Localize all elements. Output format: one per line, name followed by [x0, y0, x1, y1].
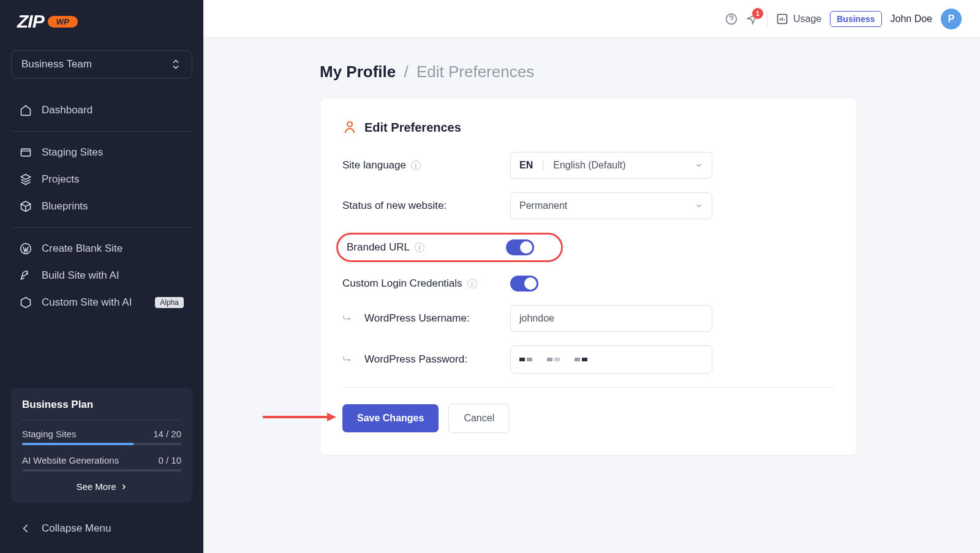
- chevron-down-icon: [695, 161, 703, 170]
- plan-staging-value: 14 / 20: [153, 429, 181, 439]
- chevron-up-down-icon: [170, 58, 182, 70]
- usage-label: Usage: [793, 13, 821, 24]
- home-icon: [20, 104, 32, 116]
- sidebar-item-label: Build Site with AI: [42, 269, 119, 282]
- custom-login-label: Custom Login Credentials: [342, 277, 462, 290]
- sidebar-item-label: Staging Sites: [42, 146, 103, 159]
- business-badge[interactable]: Business: [830, 11, 881, 27]
- window-icon: [20, 146, 32, 159]
- chevron-right-icon: [120, 483, 127, 491]
- wp-password-row: WordPress Password:: [342, 345, 835, 374]
- sidebar-item-label: Blueprints: [42, 200, 88, 213]
- svg-marker-6: [327, 413, 336, 421]
- plan-ai-value: 0 / 10: [158, 455, 181, 465]
- sidebar-item-label: Projects: [42, 173, 79, 186]
- wp-password-label: WordPress Password:: [364, 353, 467, 366]
- branded-url-toggle[interactable]: [506, 239, 534, 255]
- actions: Save Changes Cancel: [342, 404, 835, 433]
- site-language-row: Site language i EN | English (Default): [342, 152, 835, 179]
- usage-link[interactable]: Usage: [776, 13, 821, 25]
- info-icon[interactable]: i: [411, 160, 421, 170]
- sidebar-item-projects[interactable]: Projects: [11, 166, 192, 193]
- rocket-icon: [20, 269, 32, 282]
- card-header: Edit Preferences: [342, 120, 835, 135]
- card-divider: [342, 387, 835, 388]
- svg-rect-0: [21, 149, 31, 156]
- custom-login-row: Custom Login Credentials i: [342, 276, 835, 292]
- user-icon: [342, 120, 357, 135]
- chevron-down-icon: [695, 201, 703, 210]
- sidebar-item-create-blank[interactable]: Create Blank Site: [11, 235, 192, 262]
- status-label: Status of new website:: [342, 200, 447, 212]
- site-language-label: Site language: [342, 159, 406, 171]
- sidebar-item-label: Custom Site with AI: [42, 296, 132, 309]
- card-title: Edit Preferences: [364, 121, 461, 135]
- collapse-menu[interactable]: Collapse Menu: [11, 515, 192, 542]
- avatar[interactable]: P: [941, 9, 962, 29]
- info-icon[interactable]: i: [415, 243, 424, 252]
- help-icon[interactable]: [725, 13, 737, 25]
- collapse-label: Collapse Menu: [42, 522, 111, 535]
- breadcrumb: My Profile / Edit Preferences: [320, 62, 943, 81]
- wp-username-input[interactable]: johndoe: [510, 305, 712, 332]
- main: 1 Usage Business John Doe P My Profile /…: [203, 0, 980, 553]
- breadcrumb-main: My Profile: [320, 62, 396, 81]
- see-more-link[interactable]: See More: [22, 481, 181, 492]
- team-selector-label: Business Team: [21, 58, 92, 70]
- plan-staging-bar: [22, 443, 181, 445]
- breadcrumb-sub: Edit Preferences: [417, 62, 534, 81]
- site-language-select[interactable]: EN | English (Default): [510, 152, 712, 179]
- content: My Profile / Edit Preferences Edit Prefe…: [203, 38, 980, 480]
- plan-ai-bar: [22, 469, 181, 472]
- sidebar-item-dashboard[interactable]: Dashboard: [11, 97, 192, 124]
- chart-icon: [776, 13, 788, 25]
- lang-value: English (Default): [553, 160, 625, 170]
- status-value: Permanent: [519, 200, 567, 211]
- chevron-left-icon: [20, 522, 32, 535]
- sidebar-item-staging[interactable]: Staging Sites: [11, 139, 192, 166]
- branded-url-row: Branded URL i: [342, 233, 835, 262]
- sidebar-item-blueprints[interactable]: Blueprints: [11, 193, 192, 220]
- sidebar-item-custom-ai[interactable]: Custom Site with AI Alpha: [11, 289, 192, 316]
- highlight-annotation: Branded URL i: [336, 233, 563, 262]
- sidebar: ZIP WP Business Team Dashboard Staging S…: [0, 0, 203, 553]
- wp-username-label: WordPress Username:: [364, 312, 470, 325]
- layers-icon: [20, 173, 32, 186]
- plan-box: Business Plan Staging Sites 14 / 20 AI W…: [11, 388, 192, 503]
- wordpress-icon: [20, 243, 32, 255]
- sidebar-item-build-ai[interactable]: Build Site with AI: [11, 262, 192, 289]
- logo-text: ZIP: [17, 11, 44, 32]
- sub-arrow-icon: [342, 314, 352, 323]
- custom-login-toggle[interactable]: [510, 276, 538, 292]
- cube-icon: [20, 200, 32, 213]
- status-select[interactable]: Permanent: [510, 192, 712, 219]
- plan-title: Business Plan: [22, 399, 181, 411]
- logo-badge: WP: [48, 16, 78, 28]
- nav-divider: [11, 131, 192, 132]
- nav-divider: [11, 227, 192, 228]
- notification-icon[interactable]: 1: [746, 13, 758, 25]
- see-more-label: See More: [76, 481, 116, 492]
- cancel-button[interactable]: Cancel: [448, 404, 510, 433]
- sidebar-item-label: Dashboard: [42, 104, 92, 116]
- preferences-card: Edit Preferences Site language i EN | En…: [320, 97, 858, 456]
- box-icon: [20, 296, 32, 309]
- svg-point-4: [347, 122, 352, 127]
- wp-password-input[interactable]: [510, 345, 712, 374]
- header: 1 Usage Business John Doe P: [203, 0, 980, 38]
- header-divider: [767, 12, 767, 26]
- status-row: Status of new website: Permanent: [342, 192, 835, 219]
- breadcrumb-separator: /: [404, 62, 408, 81]
- plan-ai-label: AI Website Generations: [22, 455, 119, 465]
- plan-staging-label: Staging Sites: [22, 429, 76, 439]
- sidebar-item-label: Create Blank Site: [42, 243, 123, 255]
- arrow-annotation: [263, 411, 336, 426]
- alpha-badge: Alpha: [155, 297, 184, 308]
- branded-url-label: Branded URL: [347, 241, 410, 254]
- team-selector[interactable]: Business Team: [11, 50, 192, 78]
- save-button[interactable]: Save Changes: [342, 404, 439, 432]
- plan-divider: [22, 419, 181, 420]
- lang-code: EN: [519, 160, 533, 170]
- logo[interactable]: ZIP WP: [11, 11, 192, 32]
- info-icon[interactable]: i: [467, 279, 477, 288]
